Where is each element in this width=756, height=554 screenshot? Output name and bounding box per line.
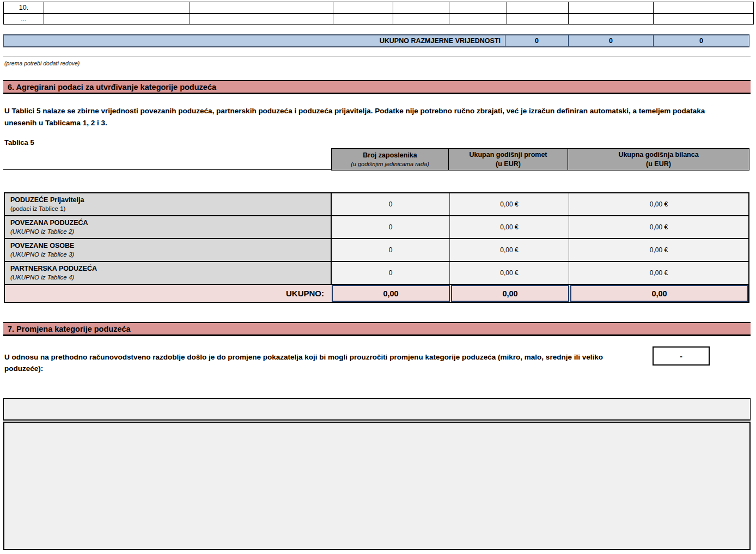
paragraph-line: unesenih u Tablicama 1, 2 i 3. xyxy=(4,117,752,129)
paragraph-line: U odnosu na prethodno računovodstveno ra… xyxy=(4,351,644,363)
empty-cell[interactable] xyxy=(333,14,393,24)
value-cell: 0 xyxy=(332,216,450,238)
horizontal-divider xyxy=(3,169,331,170)
row-sublabel: (podaci iz Tablice 1) xyxy=(10,205,331,213)
empty-cell[interactable] xyxy=(569,14,654,24)
column-title: Ukupna godišnja bilanca xyxy=(618,150,698,160)
row-label-cell: POVEZANA PODUZEĆA (UKUPNO iz Tablice 2) xyxy=(5,216,332,238)
table-row: POVEZANA PODUZEĆA (UKUPNO iz Tablice 2) … xyxy=(5,216,748,239)
column-header-turnover: Ukupan godišnji promet (u EUR) xyxy=(449,149,568,170)
value-cell: 0,00 € xyxy=(569,193,748,215)
row-label-cell: POVEZANE OSOBE (UKUPNO iz Tablice 3) xyxy=(5,239,332,261)
empty-cell[interactable] xyxy=(507,14,569,24)
paragraph-line: U Tablici 5 nalaze se zbirne vrijednosti… xyxy=(4,105,752,117)
totals-bar-value: 0 xyxy=(569,35,654,46)
row-number-cell: ... xyxy=(4,14,44,24)
row-sublabel: (UKUPNO iz Tablice 4) xyxy=(10,273,331,282)
total-row: UKUPNO: 0,00 0,00 0,00 xyxy=(5,285,748,302)
total-value-cell: 0,00 xyxy=(332,285,450,302)
totals-bar-value: 0 xyxy=(505,35,569,46)
totals-bar-label: UKUPNO RAZMJERNE VRIJEDNOSTI xyxy=(4,35,505,46)
column-subtitle: (u godišnjim jedinicama rada) xyxy=(351,160,429,168)
value-cell: 0,00 € xyxy=(569,239,748,261)
category-change-select[interactable]: - xyxy=(653,346,710,366)
empty-cell[interactable] xyxy=(449,14,507,24)
paragraph-line: poduzeće): xyxy=(4,363,644,374)
empty-cell[interactable] xyxy=(393,14,449,24)
totals-bar-value: 0 xyxy=(654,35,749,46)
total-row-label: UKUPNO: xyxy=(5,285,332,302)
column-title: Ukupan godišnji promet xyxy=(469,150,547,160)
section7-header: 7. Promjena kategorije poduzeća xyxy=(3,322,751,336)
row-sublabel: (UKUPNO iz Tablice 2) xyxy=(10,228,331,236)
row-label-cell: PODUZEĆE Prijavitelja (podaci iz Tablice… xyxy=(5,193,332,215)
table-row: POVEZANE OSOBE (UKUPNO iz Tablice 3) 0 0… xyxy=(5,239,748,262)
section7-paragraph: U odnosu na prethodno računovodstveno ra… xyxy=(4,351,644,374)
table5: PODUZEĆE Prijavitelja (podaci iz Tablice… xyxy=(4,192,749,303)
section6-paragraph: U Tablici 5 nalaze se zbirne vrijednosti… xyxy=(4,105,752,129)
table-row: 10. xyxy=(4,2,753,13)
proportional-values-total-bar: UKUPNO RAZMJERNE VRIJEDNOSTI 0 0 0 xyxy=(3,34,749,47)
row-label-cell: PARTNERSKA PODUZEĆA (UKUPNO iz Tablice 4… xyxy=(5,262,332,284)
empty-cell[interactable] xyxy=(44,14,190,24)
horizontal-divider xyxy=(3,57,751,57)
column-header-employees: Broj zaposlenika (u godišnjim jedinicama… xyxy=(332,149,449,170)
column-subtitle: (u EUR) xyxy=(646,160,671,169)
empty-cell[interactable] xyxy=(333,2,393,13)
table5-column-header: Broj zaposlenika (u godišnjim jedinicama… xyxy=(331,148,749,171)
row-sublabel: (UKUPNO iz Tablice 3) xyxy=(10,251,331,259)
empty-cell[interactable] xyxy=(44,2,190,13)
value-cell: 0,00 € xyxy=(569,262,748,284)
row-label: POVEZANA PODUZEĆA xyxy=(10,218,331,228)
section7-title: 7. Promjena kategorije poduzeća xyxy=(8,325,131,333)
section6-title: 6. Agregirani podaci za utvrđivanje kate… xyxy=(8,83,216,92)
add-rows-note: (prema potrebi dodati redove) xyxy=(4,60,80,66)
section6-header: 6. Agregirani podaci za utvrđivanje kate… xyxy=(3,80,751,94)
value-cell: 0,00 € xyxy=(450,239,569,261)
value-cell: 0,00 € xyxy=(450,216,569,238)
empty-cell[interactable] xyxy=(654,2,753,13)
value-cell: 0 xyxy=(332,262,450,284)
explanation-textarea[interactable] xyxy=(3,422,751,550)
table5-caption: Tablica 5 xyxy=(4,138,34,147)
empty-cell[interactable] xyxy=(190,2,333,13)
column-header-balance: Ukupna godišnja bilanca (u EUR) xyxy=(568,149,749,170)
row-label: PARTNERSKA PODUZEĆA xyxy=(10,264,331,273)
value-cell: 0,00 € xyxy=(450,262,569,284)
total-value-cell: 0,00 xyxy=(570,285,748,302)
table-row: ... xyxy=(4,13,753,24)
total-value-cell: 0,00 xyxy=(451,285,569,302)
empty-cell[interactable] xyxy=(190,14,333,24)
column-subtitle: (u EUR) xyxy=(496,160,521,169)
row-number-cell: 10. xyxy=(4,2,44,13)
empty-cell[interactable] xyxy=(507,2,569,13)
company-category-form-page: 10. ... UKUPNO RAZMJERNE VRIJEDNOSTI 0 0 xyxy=(0,0,756,554)
row-label: POVEZANE OSOBE xyxy=(10,241,331,251)
empty-cell[interactable] xyxy=(449,2,507,13)
value-cell: 0 xyxy=(332,193,450,215)
empty-cell[interactable] xyxy=(393,2,449,13)
empty-cell[interactable] xyxy=(654,14,753,24)
row-label: PODUZEĆE Prijavitelja xyxy=(10,196,331,205)
table-row: PARTNERSKA PODUZEĆA (UKUPNO iz Tablice 4… xyxy=(5,262,748,285)
partner-table-continuation: 10. ... xyxy=(3,2,754,25)
empty-cell[interactable] xyxy=(569,2,654,13)
value-cell: 0 xyxy=(332,239,450,261)
column-title: Broj zaposlenika xyxy=(363,151,417,160)
answer-strip[interactable] xyxy=(3,398,751,421)
value-cell: 0,00 € xyxy=(569,216,748,238)
table-row: PODUZEĆE Prijavitelja (podaci iz Tablice… xyxy=(5,193,748,216)
value-cell: 0,00 € xyxy=(450,193,569,215)
